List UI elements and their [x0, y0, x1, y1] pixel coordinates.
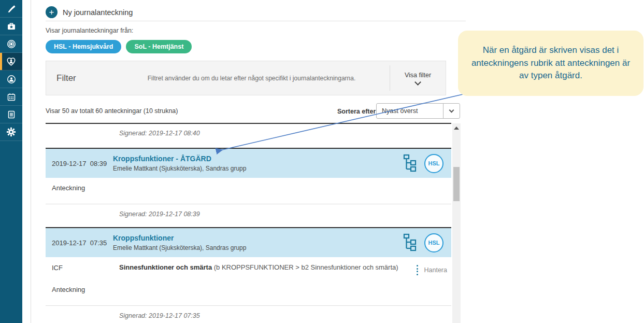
document-lines-icon	[7, 110, 16, 119]
sidebar-item-cases[interactable]	[0, 18, 22, 35]
source-pills: HSL - Hemsjukvård SoL - Hemtjänst	[46, 40, 192, 53]
scroll-up-arrow-icon[interactable]	[454, 127, 459, 130]
person-circle-icon	[7, 75, 16, 84]
signature-text: Signerad: 2019-12-17 08:39	[119, 210, 200, 218]
entry-author: Emelie Mattkant (Sjuksköterska), Sandras…	[113, 244, 403, 251]
sidebar-item-goals[interactable]	[0, 35, 22, 53]
showing-from-label: Visar journalanteckningar från:	[46, 27, 133, 34]
entry-title: Kroppsfunktioner	[113, 234, 403, 242]
sidebar-item-care-journal[interactable]	[0, 53, 22, 71]
show-filter-button[interactable]: Visa filter	[390, 65, 446, 91]
sidebar-item-calendar[interactable]	[0, 88, 22, 106]
new-journal-note-button[interactable]: + Ny journalanteckning	[46, 6, 133, 18]
calendar-icon	[7, 92, 16, 102]
signature-text: Signerad: 2019-12-17 08:40	[119, 130, 200, 137]
scrollbar-thumb[interactable]	[453, 167, 460, 201]
sidebar-item-settings[interactable]	[0, 123, 22, 141]
icf-label: ICF	[52, 263, 119, 272]
icf-row: ICF Sinnesfunktioner och smärta (b KROPP…	[46, 257, 451, 276]
hsl-badge: HSL	[424, 154, 443, 173]
show-filter-label: Visa filter	[405, 72, 431, 79]
entry-author: Emelie Mattkant (Sjuksköterska), Sandras…	[113, 165, 403, 172]
list-summary: Visar 50 av totalt 60 anteckningar (10 s…	[46, 107, 178, 115]
sort-dropdown[interactable]: Nyast överst	[376, 103, 460, 119]
sidebar	[0, 0, 22, 323]
entry-title: Kroppsfunktioner - ÅTGÄRD	[113, 155, 403, 163]
callout-tooltip: När en åtgärd är skriven visas det i ant…	[458, 31, 643, 96]
header-divider	[46, 21, 466, 21]
signature-text: Signerad: 2019-12-17 07:35	[119, 312, 200, 319]
plus-icon: +	[46, 6, 58, 18]
sort-by-label: Sortera efter	[337, 108, 376, 115]
sidebar-item-documents[interactable]	[0, 106, 22, 123]
callout-text: När en åtgärd är skriven visas det i ant…	[468, 44, 633, 82]
journal-entry-header[interactable]: 2019-12-17 08:39 Kroppsfunktioner - ÅTGÄ…	[46, 149, 451, 178]
target-circles-icon	[7, 39, 16, 49]
hierarchy-tree-icon[interactable]	[403, 154, 417, 173]
chevron-down-icon	[449, 108, 454, 113]
sort-dropdown-chevron[interactable]	[443, 104, 460, 118]
entry-date: 2019-12-17 07:35	[46, 239, 113, 247]
filter-title: Filter	[46, 73, 113, 83]
sidebar-item-notes[interactable]	[0, 0, 22, 18]
sidebar-item-person[interactable]	[0, 71, 22, 88]
note-section-label: Anteckning	[46, 276, 451, 293]
kebab-menu-icon[interactable]	[416, 264, 419, 276]
pill-sol-hemtjanst[interactable]: SoL - Hemtjänst	[126, 40, 192, 53]
journal-entry-header[interactable]: 2019-12-17 07:35 Kroppsfunktioner Emelie…	[46, 228, 451, 257]
chevron-down-icon	[414, 79, 421, 86]
new-journal-note-label: Ny journalanteckning	[63, 8, 133, 17]
icf-path: (b KROPPSFUNKTIONER > b2 Sinnesfunktione…	[212, 263, 398, 271]
pill-hsl-hemsjukvard[interactable]: HSL - Hemsjukvård	[46, 40, 121, 53]
icf-title: Sinnesfunktioner och smärta	[119, 263, 212, 271]
filter-description: Filtret använder du om du letar efter nå…	[113, 75, 390, 82]
heart-person-icon	[6, 57, 16, 66]
entry-date: 2019-12-17 08:39	[46, 160, 113, 167]
pen-icon	[7, 4, 16, 13]
sort-dropdown-value: Nyast överst	[377, 104, 443, 118]
list-item: Signerad: 2019-12-17 08:40	[46, 124, 451, 148]
case-star-icon	[7, 22, 16, 31]
page-divider	[31, 0, 31, 323]
gear-icon	[6, 127, 16, 137]
manage-link[interactable]: Hantera	[424, 266, 447, 274]
journal-entry: 2019-12-17 07:35 Kroppsfunktioner Emelie…	[46, 227, 451, 323]
note-section-label: Anteckning	[46, 178, 451, 192]
journal-notes-list: Signerad: 2019-12-17 08:40 2019-12-17 08…	[46, 123, 451, 323]
hierarchy-tree-icon[interactable]	[403, 233, 417, 252]
journal-entry: 2019-12-17 08:39 Kroppsfunktioner - ÅTGÄ…	[46, 148, 451, 227]
filter-panel: Filter Filtret använder du om du letar e…	[46, 61, 446, 95]
list-scrollbar[interactable]	[452, 123, 461, 323]
hsl-badge: HSL	[424, 233, 443, 252]
